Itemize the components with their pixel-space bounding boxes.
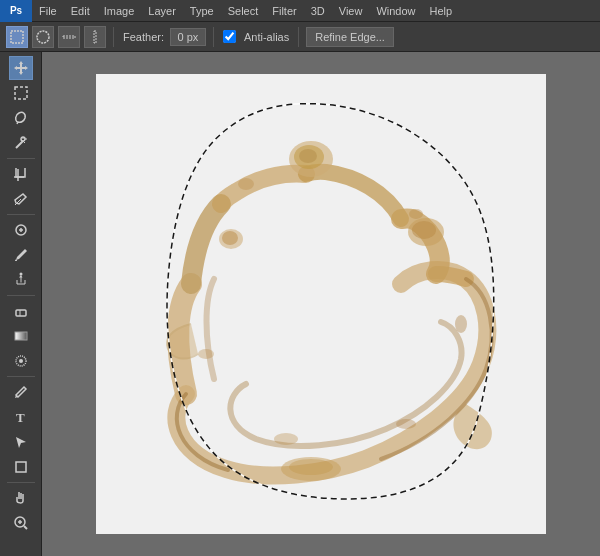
menu-file[interactable]: File bbox=[32, 0, 64, 21]
menubar: Ps File Edit Image Layer Type Select Fil… bbox=[0, 0, 600, 22]
marquee-row-icon[interactable] bbox=[58, 26, 80, 48]
svg-line-5 bbox=[16, 141, 23, 148]
svg-point-31 bbox=[412, 221, 436, 239]
feather-input[interactable] bbox=[170, 28, 206, 46]
marquee-rect-icon[interactable] bbox=[6, 26, 28, 48]
svg-point-34 bbox=[299, 149, 317, 163]
marquee-col-icon[interactable] bbox=[84, 26, 106, 48]
menu-image[interactable]: Image bbox=[97, 0, 142, 21]
tool-sep-2 bbox=[7, 214, 35, 215]
tool-sep-1 bbox=[7, 158, 35, 159]
separator-3 bbox=[298, 27, 299, 47]
svg-rect-0 bbox=[11, 31, 23, 43]
options-toolbar: Feather: Anti-alias Refine Edge... bbox=[0, 22, 600, 52]
coffee-stain-image bbox=[126, 84, 506, 504]
svg-point-1 bbox=[37, 31, 49, 43]
menu-help[interactable]: Help bbox=[423, 0, 460, 21]
svg-point-39 bbox=[396, 419, 416, 429]
tool-zoom[interactable] bbox=[9, 511, 33, 535]
svg-point-38 bbox=[274, 433, 298, 445]
main-workspace: T bbox=[0, 52, 600, 556]
svg-point-36 bbox=[222, 231, 238, 245]
svg-point-41 bbox=[409, 209, 423, 219]
svg-point-29 bbox=[289, 459, 333, 475]
tool-path-select[interactable] bbox=[9, 430, 33, 454]
tool-hand[interactable] bbox=[9, 486, 33, 510]
tool-lasso[interactable] bbox=[9, 106, 33, 130]
separator-2 bbox=[213, 27, 214, 47]
menu-filter[interactable]: Filter bbox=[265, 0, 303, 21]
svg-rect-4 bbox=[15, 87, 27, 99]
marquee-ellipse-icon[interactable] bbox=[32, 26, 54, 48]
feather-label: Feather: bbox=[123, 31, 164, 43]
canvas[interactable] bbox=[96, 74, 546, 534]
svg-point-21 bbox=[19, 359, 23, 363]
menu-window[interactable]: Window bbox=[369, 0, 422, 21]
svg-point-42 bbox=[238, 178, 254, 190]
svg-rect-2 bbox=[63, 36, 75, 38]
tool-clone[interactable] bbox=[9, 268, 33, 292]
tool-heal[interactable] bbox=[9, 218, 33, 242]
menu-view[interactable]: View bbox=[332, 0, 370, 21]
tool-gradient[interactable] bbox=[9, 324, 33, 348]
svg-point-40 bbox=[455, 315, 467, 333]
tool-type[interactable]: T bbox=[9, 405, 33, 429]
tool-shape[interactable] bbox=[9, 455, 33, 479]
refine-edge-button[interactable]: Refine Edge... bbox=[306, 27, 394, 47]
tool-magic-wand[interactable] bbox=[9, 131, 33, 155]
tool-eyedropper[interactable] bbox=[9, 187, 33, 211]
tool-eraser[interactable] bbox=[9, 299, 33, 323]
tool-move[interactable] bbox=[9, 56, 33, 80]
menu-edit[interactable]: Edit bbox=[64, 0, 97, 21]
menu-layer[interactable]: Layer bbox=[141, 0, 183, 21]
tool-crop[interactable] bbox=[9, 162, 33, 186]
svg-point-16 bbox=[19, 273, 22, 276]
antialias-label: Anti-alias bbox=[244, 31, 289, 43]
menu-items: File Edit Image Layer Type Select Filter… bbox=[32, 0, 459, 21]
toolbox: T bbox=[0, 52, 42, 556]
svg-text:T: T bbox=[16, 410, 25, 425]
svg-rect-19 bbox=[15, 332, 27, 340]
tool-blur[interactable] bbox=[9, 349, 33, 373]
svg-rect-17 bbox=[16, 310, 26, 316]
tool-brush[interactable] bbox=[9, 243, 33, 267]
menu-3d[interactable]: 3D bbox=[304, 0, 332, 21]
tool-sep-3 bbox=[7, 295, 35, 296]
svg-rect-23 bbox=[16, 462, 26, 472]
tool-sep-5 bbox=[7, 482, 35, 483]
menu-type[interactable]: Type bbox=[183, 0, 221, 21]
tool-marquee[interactable] bbox=[9, 81, 33, 105]
svg-line-25 bbox=[24, 526, 27, 529]
canvas-area bbox=[42, 52, 600, 556]
svg-point-37 bbox=[198, 349, 214, 359]
ps-logo: Ps bbox=[0, 0, 32, 22]
separator-1 bbox=[113, 27, 114, 47]
tool-sep-4 bbox=[7, 376, 35, 377]
tool-pen[interactable] bbox=[9, 380, 33, 404]
svg-rect-3 bbox=[94, 31, 96, 43]
menu-select[interactable]: Select bbox=[221, 0, 266, 21]
antialias-checkbox[interactable] bbox=[223, 30, 236, 43]
